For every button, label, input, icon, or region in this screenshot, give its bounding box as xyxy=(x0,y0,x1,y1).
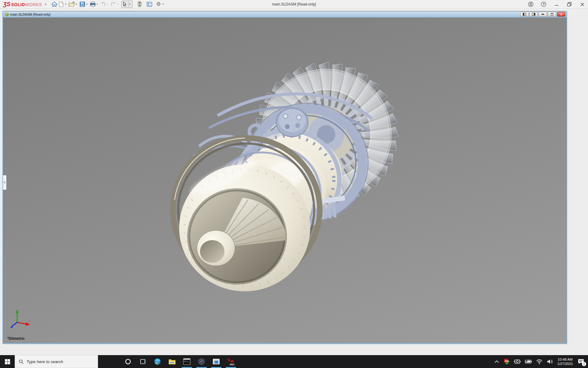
notification-count-badge: 1 xyxy=(582,362,586,366)
taskbar-search-input[interactable]: Type here to search xyxy=(15,355,98,368)
svg-text:C:\_: C:\_ xyxy=(184,360,190,363)
open-button[interactable] xyxy=(68,1,75,8)
minimize-icon xyxy=(541,14,544,15)
select-tool-separator xyxy=(128,1,129,7)
document-title-bar[interactable]: main.SLDASM [Read-only] x xyxy=(3,11,567,17)
wifi-icon[interactable] xyxy=(536,359,543,364)
solidworks-logo-glyph: ƷS xyxy=(3,1,10,8)
svg-text:S: S xyxy=(228,358,230,362)
app-title: main.SLDASM [Read-only] xyxy=(272,0,316,9)
svg-text:?: ? xyxy=(543,3,545,6)
new-document-button[interactable] xyxy=(58,1,64,8)
hidden-icons-chevron-icon[interactable] xyxy=(494,360,499,363)
cortana-button[interactable] xyxy=(121,355,135,368)
graphics-viewport[interactable]: x *Dimetric xyxy=(3,17,567,343)
select-tool-dropdown[interactable]: ▾ xyxy=(129,3,130,6)
minimize-icon xyxy=(555,2,559,6)
restore-icon xyxy=(551,13,553,16)
print-icon xyxy=(90,2,96,7)
account-button[interactable] xyxy=(528,2,533,7)
screen-snip-icon[interactable] xyxy=(514,358,521,365)
taskbar-app-solidworks[interactable]: S W 2021 xyxy=(224,355,238,368)
app-window-controls: ? xyxy=(528,0,585,9)
split-left-icon xyxy=(523,13,526,16)
close-button[interactable] xyxy=(579,2,585,7)
save-button[interactable] xyxy=(79,1,86,8)
solidworks-2021-icon: S W 2021 xyxy=(227,358,235,366)
print-dropdown[interactable]: ▾ xyxy=(97,3,98,6)
home-icon xyxy=(51,2,57,7)
open-icon xyxy=(69,2,75,7)
save-icon xyxy=(80,2,85,7)
document-title: main.SLDASM [Read-only] xyxy=(10,13,50,16)
view-orientation-label: *Dimetric xyxy=(7,336,25,341)
search-icon xyxy=(19,359,24,364)
search-placeholder: Type here to search xyxy=(27,359,63,364)
undo-button[interactable] xyxy=(100,1,107,8)
document-window-controls: x xyxy=(520,12,565,17)
collapsed-panel-tab[interactable] xyxy=(3,175,6,190)
assembly-icon xyxy=(4,12,9,17)
taskbar-app-hexagon[interactable] xyxy=(194,355,209,368)
print-button[interactable] xyxy=(89,1,96,8)
new-document-dropdown[interactable]: ▾ xyxy=(65,3,66,6)
undo-dropdown[interactable]: ▾ xyxy=(107,3,108,6)
toolbar-flyout-arrow-icon[interactable]: ▸ xyxy=(45,2,47,6)
minimize-button[interactable] xyxy=(554,2,559,7)
options-gear-icon: ⚙ xyxy=(156,1,161,7)
windows-taskbar: Type here to search C xyxy=(0,355,588,368)
save-dropdown[interactable]: ▾ xyxy=(86,3,88,6)
task-view-button[interactable] xyxy=(135,355,150,368)
select-tool-button[interactable]: ▾ xyxy=(121,1,133,8)
orientation-triad: x xyxy=(10,309,31,329)
quick-access-toolbar: ▾ ▾ ▾ xyxy=(51,0,165,9)
taskbar-app-file-explorer[interactable] xyxy=(165,355,179,368)
solidworks-logo: ƷS SOLID WORKS xyxy=(3,1,42,8)
help-button[interactable]: ? xyxy=(541,2,546,7)
split-left-button[interactable] xyxy=(520,12,529,17)
home-button[interactable] xyxy=(51,1,58,8)
rebuild-button[interactable] xyxy=(136,1,143,8)
file-properties-button[interactable] xyxy=(146,1,153,8)
split-right-icon xyxy=(532,13,535,16)
volume-icon[interactable] xyxy=(547,359,553,364)
file-explorer-icon xyxy=(168,358,176,365)
doc-minimize-button[interactable] xyxy=(539,12,547,17)
redo-button[interactable] xyxy=(110,1,117,8)
task-view-icon xyxy=(140,358,146,365)
options-dropdown[interactable]: ▾ xyxy=(163,3,164,6)
options-button[interactable]: ⚙ xyxy=(155,1,162,8)
close-icon xyxy=(580,2,584,6)
solidworks-monitor-icon[interactable]: SW xyxy=(503,358,510,365)
notification-center-button[interactable]: 1 xyxy=(577,358,585,366)
app-title-bar: ƷS SOLID WORKS ▸ ▾ ▾ xyxy=(0,0,588,9)
system-tray: SW 10:48 AM 1/27/2021 xyxy=(494,355,588,368)
file-properties-icon xyxy=(147,2,152,7)
split-right-button[interactable] xyxy=(530,12,538,17)
cortana-icon xyxy=(125,358,131,365)
document-window: main.SLDASM [Read-only] x xyxy=(2,11,567,344)
app-window-icon xyxy=(213,358,220,365)
sw-year-badge: 2021 xyxy=(230,363,235,366)
battery-icon[interactable] xyxy=(525,359,532,364)
app-hexagon-icon xyxy=(198,358,205,365)
redo-icon xyxy=(111,2,116,6)
windows-start-icon xyxy=(5,359,10,364)
help-icon: ? xyxy=(541,2,546,7)
restore-button[interactable] xyxy=(567,2,572,7)
command-prompt-icon: C:\_ xyxy=(183,358,190,365)
select-cursor-icon xyxy=(122,1,128,7)
taskbar-clock[interactable]: 10:48 AM 1/27/2021 xyxy=(557,357,573,366)
open-dropdown[interactable]: ▾ xyxy=(76,3,77,6)
jet-engine-model[interactable] xyxy=(3,17,567,343)
triad-x-label: x xyxy=(29,319,31,323)
redo-dropdown[interactable]: ▾ xyxy=(118,3,119,6)
account-icon xyxy=(528,2,533,7)
taskbar-app-window[interactable] xyxy=(209,355,224,368)
taskbar-app-command-prompt[interactable]: C:\_ xyxy=(179,355,194,368)
doc-close-button[interactable]: x xyxy=(557,12,565,17)
taskbar-app-edge[interactable] xyxy=(150,355,165,368)
start-button[interactable] xyxy=(0,355,15,368)
rebuild-traffic-light-icon xyxy=(138,1,141,7)
doc-restore-button[interactable] xyxy=(548,12,556,17)
